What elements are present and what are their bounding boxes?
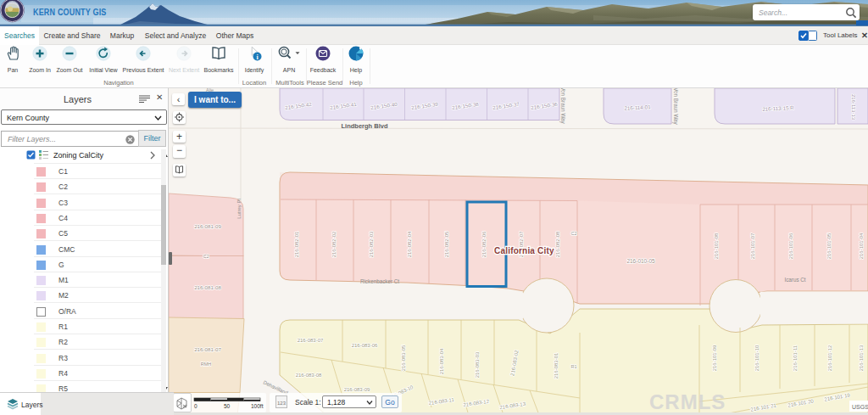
svg-text:216-082-02: 216-082-02 [331,231,337,257]
svg-text:R1: R1 [570,364,576,369]
svg-text:216-101-11: 216-101-11 [793,345,798,371]
svg-text:216-101-13: 216-101-13 [859,345,864,371]
svg-text:216-101-07: 216-101-07 [750,233,755,259]
svg-text:216-083-05: 216-083-05 [401,345,406,371]
svg-text:216-083-01: 216-083-01 [554,352,559,379]
svg-text:216-083-06: 216-083-06 [352,343,378,348]
svg-text:Lutrey Pl: Lutrey Pl [236,199,242,219]
svg-text:216-083-09: 216-083-09 [344,387,370,392]
svg-text:Von Braun Way: Von Braun Way [559,88,566,125]
svg-text:216-113-13: 216-113-13 [851,94,856,121]
svg-text:216-081-08: 216-081-08 [194,284,221,290]
svg-text:216-083-08: 216-083-08 [296,373,322,378]
svg-text:216-081-07: 216-081-07 [194,346,221,352]
svg-text:216-101-12: 216-101-12 [827,345,832,371]
svg-text:216-081-09: 216-081-09 [194,223,221,229]
svg-text:USGS: USGS [852,404,868,410]
svg-text:216-083-07: 216-083-07 [298,338,324,343]
svg-text:216-101-10: 216-101-10 [754,345,760,371]
svg-text:216-101-04: 216-101-04 [859,233,864,259]
svg-text:CRMLS: CRMLS [649,390,726,413]
svg-text:216-082-06: 216-082-06 [481,231,487,257]
svg-text:50: 50 [224,403,231,409]
svg-text:216-083-03: 216-083-03 [475,351,480,378]
svg-text:216-101-05: 216-101-05 [826,233,832,259]
svg-text:Lindbergh Blvd: Lindbergh Blvd [342,122,388,130]
svg-text:Rickenbacker Ct: Rickenbacker Ct [360,278,399,284]
svg-text:0: 0 [194,403,198,409]
svg-text:216-082-04: 216-082-04 [407,231,412,257]
svg-text:216-083-04: 216-083-04 [439,348,444,374]
svg-text:California City: California City [494,246,554,255]
svg-text:C2: C2 [203,254,209,259]
svg-text:216-101-08: 216-101-08 [714,233,719,259]
svg-text:216-082-03: 216-082-03 [369,231,374,257]
svg-text:123: 123 [277,401,287,406]
svg-text:216-082-01: 216-082-01 [294,231,299,257]
svg-text:Icarus Ct: Icarus Ct [784,277,805,283]
svg-text:Von Braun Way: Von Braun Way [672,88,679,126]
svg-text:216-101-06: 216-101-06 [788,233,793,259]
svg-text:216-101-09: 216-101-09 [712,345,717,371]
svg-text:216-082-05: 216-082-05 [444,231,449,257]
svg-text:100ft: 100ft [251,403,264,409]
svg-text:RMH: RMH [201,362,212,367]
svg-text:216-010-05: 216-010-05 [626,258,655,264]
svg-text:C2: C2 [570,231,576,236]
svg-text:216-082-08: 216-082-08 [555,231,560,257]
